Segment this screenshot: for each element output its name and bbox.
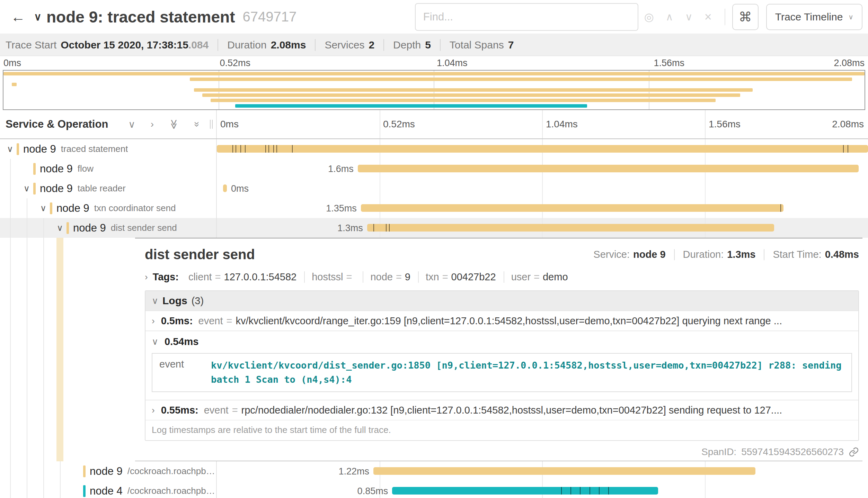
expand-one-icon[interactable]: ∨	[128, 119, 135, 130]
span-name-cell[interactable]: ∨node 9txn coordinator send	[0, 198, 217, 218]
span-row[interactable]: ∨node 9txn coordinator send1.35ms	[0, 198, 868, 218]
span-duration-label: 0ms	[231, 183, 249, 194]
log-tick	[580, 487, 581, 495]
log-tick	[276, 145, 277, 153]
span-bar[interactable]	[358, 165, 859, 172]
prev-match-icon[interactable]: ∧	[666, 11, 673, 23]
chevron-right-icon: ›	[145, 272, 148, 282]
timeline-collapser: ∨ › ≫ »	[128, 119, 200, 130]
span-bar[interactable]	[367, 224, 774, 232]
span-row[interactable]: node 9flow1.6ms	[0, 159, 868, 179]
log-tick	[561, 487, 562, 495]
span-timeline-cell[interactable]: 1.6ms	[217, 159, 868, 179]
summary-services: Services2	[325, 39, 374, 51]
span-name-cell[interactable]: ∨node 9traced statement	[0, 139, 217, 159]
operation-name: table reader	[78, 183, 126, 194]
summary-duration: Duration2.08ms	[227, 39, 306, 51]
log-entry[interactable]: › 0.55ms: event = rpc/nodedialer/nodedia…	[145, 400, 858, 420]
log-entry[interactable]: › 0.5ms: event = kv/kvclient/kvcoord/ran…	[145, 310, 858, 331]
minimap-span-row	[3, 83, 865, 87]
span-timeline-cell[interactable]: 0.85ms	[217, 481, 868, 498]
logs-count: (3)	[192, 295, 204, 307]
chevron-down-icon[interactable]: ∨	[20, 183, 33, 193]
expand-all-icon[interactable]: ≫	[168, 119, 180, 129]
span-bar[interactable]	[217, 145, 868, 153]
indent-guide	[43, 238, 44, 461]
span-duration-label: 1.3ms	[337, 223, 363, 233]
log-field-value: kv/kvclient/kvcoord/dist_sender.go:1850 …	[206, 354, 851, 391]
summary-total-spans: Total Spans7	[450, 39, 514, 51]
span-bar[interactable]	[373, 467, 755, 475]
log-tick	[599, 487, 600, 495]
back-button[interactable]: ←	[6, 9, 30, 25]
tags-row[interactable]: › Tags: client=127.0.0.1:54582 hostssl= …	[145, 271, 859, 283]
span-name-cell[interactable]: node 9flow	[0, 159, 217, 179]
span-name-cell[interactable]: ∨node 9dist sender send	[0, 218, 217, 238]
chevron-down-icon[interactable]: ∨	[53, 223, 67, 233]
span-timeline-cell[interactable]: 1.22ms	[217, 461, 868, 481]
collapse-all-icon[interactable]: »	[192, 121, 203, 127]
logs-title: Logs	[162, 295, 187, 307]
service-color-strip	[17, 143, 19, 155]
service-name: node 4	[90, 485, 123, 497]
span-bar[interactable]	[392, 487, 658, 495]
minimap-span-bar	[12, 83, 17, 86]
minimap-canvas[interactable]	[3, 70, 865, 110]
log-tick	[273, 145, 274, 153]
operation-name: /cockroach.roachpb.I...	[127, 466, 216, 477]
operation-name: txn coordinator send	[94, 203, 176, 214]
span-row[interactable]: node 4/cockroach.roachpb.I...0.85ms	[0, 481, 868, 498]
clear-find-icon[interactable]: ×	[705, 10, 712, 24]
span-bar[interactable]	[223, 184, 227, 192]
find-input[interactable]	[415, 3, 638, 31]
span-name-cell[interactable]: node 4/cockroach.roachpb.I...	[0, 481, 217, 498]
link-icon[interactable]	[849, 447, 859, 457]
service-name: node 9	[40, 163, 73, 175]
span-duration-label: 1.35ms	[326, 203, 357, 214]
log-tick	[240, 145, 241, 153]
span-timeline-cell[interactable]	[217, 139, 868, 159]
span-row[interactable]: ∨node 9table reader0ms	[0, 179, 868, 198]
tag-item: node=9	[370, 271, 419, 283]
span-row[interactable]: ∨node 9traced statement	[0, 139, 868, 159]
span-bar[interactable]	[361, 204, 783, 212]
top-bar: ← ∨ node 9: traced statement 6749717 ◎ ∧…	[0, 0, 868, 34]
chevron-down-icon[interactable]: ∨	[3, 144, 17, 154]
minimap-span-bar	[3, 72, 865, 75]
log-entry-header[interactable]: ∨ 0.54ms	[152, 336, 852, 347]
log-tick	[268, 145, 269, 153]
ruler-tick-label: 1.56ms	[709, 119, 741, 130]
meta-divider	[764, 249, 764, 260]
keyboard-shortcuts-button[interactable]: ⌘	[732, 4, 759, 30]
service-color-strip	[33, 183, 36, 194]
operation-name: traced statement	[61, 144, 128, 154]
span-name-cell[interactable]: node 9/cockroach.roachpb.I...	[0, 461, 217, 481]
logs-note: Log timestamps are relative to the start…	[145, 420, 858, 440]
span-timeline-cell[interactable]: 1.3ms	[217, 218, 868, 238]
title-collapse-icon[interactable]: ∨	[34, 11, 42, 23]
service-operation-header: Service & Operation ∨ › ≫ »	[0, 110, 217, 138]
summary-divider	[218, 39, 218, 51]
log-fields-table: event kv/kvclient/kvcoord/dist_sender.go…	[152, 353, 852, 392]
minimap-tick-label: 0.52ms	[220, 58, 251, 69]
column-resizer[interactable]	[210, 120, 211, 129]
next-match-icon[interactable]: ∨	[685, 11, 693, 23]
collapse-one-icon[interactable]: ›	[151, 119, 154, 130]
span-row[interactable]: ∨node 9dist sender send1.3ms	[0, 218, 868, 238]
span-timeline-cell[interactable]: 1.35ms	[217, 198, 868, 218]
chevron-down-icon: ∨	[848, 13, 853, 21]
timeline-header: Service & Operation ∨ › ≫ » 0ms 0.52ms 1…	[0, 110, 868, 139]
minimap-tick-label: 0ms	[3, 58, 21, 69]
chevron-down-icon: ∨	[152, 296, 158, 306]
log-field-key: event	[152, 354, 206, 391]
chevron-down-icon[interactable]: ∨	[37, 203, 50, 213]
minimap-time-labels: 0ms 0.52ms 1.04ms 1.56ms 2.08ms	[0, 56, 868, 70]
view-selector-button[interactable]: Trace Timeline ∨	[766, 4, 862, 30]
span-row[interactable]: node 9/cockroach.roachpb.I...1.22ms	[0, 461, 868, 481]
logs-header[interactable]: ∨ Logs (3)	[145, 291, 858, 310]
service-color-strip	[33, 163, 36, 175]
span-name-cell[interactable]: ∨node 9table reader	[0, 179, 217, 198]
span-timeline-cell[interactable]: 0ms	[217, 179, 868, 198]
log-entry-expanded[interactable]: ∨ 0.54ms event kv/kvclient/kvcoord/dist_…	[145, 331, 858, 400]
view-selector-label: Trace Timeline	[775, 11, 843, 23]
